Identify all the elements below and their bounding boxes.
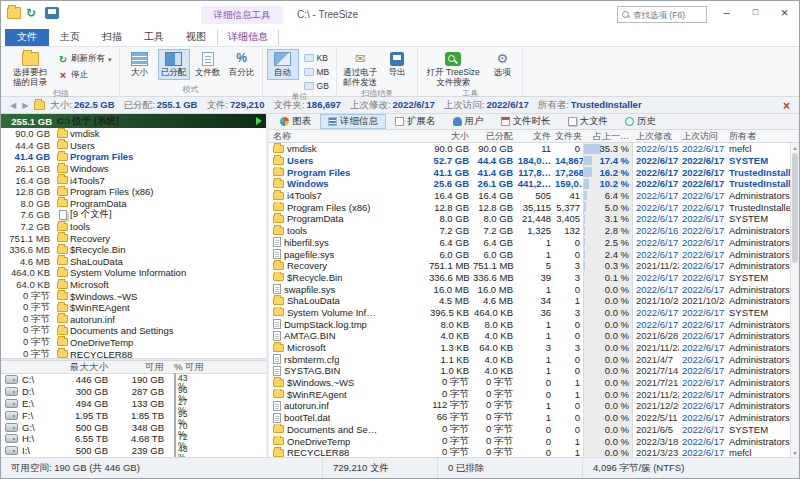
refresh-icon[interactable] <box>26 7 40 19</box>
column-header-owner[interactable]: 所有者 <box>725 130 799 143</box>
tree-item[interactable]: 0 字节 autorun.inf <box>1 314 266 326</box>
ribbon-tab[interactable]: 详细信息 <box>217 28 279 46</box>
nav-forward-icon[interactable]: ▶ <box>19 101 31 110</box>
minimize-button[interactable] <box>712 1 741 23</box>
tree-item[interactable]: 0 字节 Documents and Settings <box>1 325 266 337</box>
refresh-all-button[interactable]: 刷新所有 <box>55 52 115 66</box>
table-row[interactable]: ShaLouData 4.5 MB 4.6 MB 34 1 0.0 % 2021… <box>269 295 790 307</box>
maximize-button[interactable] <box>741 1 770 23</box>
detail-tab[interactable]: 大文件 <box>560 114 617 129</box>
close-button[interactable] <box>770 1 799 23</box>
tree-item[interactable]: 26.1 GB Windows <box>1 163 266 175</box>
drive-row[interactable]: E:\ 494 GB 133 GB 27 % <box>1 398 266 410</box>
ribbon-tab[interactable]: 文件 <box>5 28 49 46</box>
drive-row[interactable]: C:\ 446 GB 190 GB 43 % <box>1 374 266 386</box>
export-button[interactable]: 导出 <box>381 49 413 80</box>
close-scan-icon[interactable] <box>780 98 793 113</box>
tree-item[interactable]: 7.6 GB [9 个文件] <box>1 209 266 221</box>
detail-tab[interactable]: 详细信息 <box>320 114 386 129</box>
tree-item[interactable]: 4.6 MB ShaLouData <box>1 256 266 268</box>
tree-item[interactable]: 8.0 GB ProgramData <box>1 198 266 210</box>
tree-item[interactable]: 0 字节 $Windows.~WS <box>1 290 266 302</box>
search-box[interactable] <box>617 6 707 23</box>
detail-tab[interactable]: 图表 <box>272 114 319 129</box>
table-row[interactable]: $Windows.~WS 0 字节 0 字节 0 1 0.0 % 2021/7/… <box>269 377 790 389</box>
unit-kb-button[interactable]: KB <box>301 52 333 64</box>
column-header-folders[interactable]: 文件夹 <box>555 130 583 143</box>
table-row[interactable]: $Recycle.Bin 336.6 MB 336.6 MB 39 3 0.1 … <box>269 272 790 284</box>
table-row[interactable]: ProgramData 8.0 GB 8.0 GB 21,448 3,405 3… <box>269 213 790 225</box>
tree-item[interactable]: 7.2 GB tools <box>1 221 266 233</box>
table-row[interactable]: vmdisk 90.0 GB 90.0 GB 11 0 35.3 % 2022/… <box>269 143 790 155</box>
table-row[interactable]: Program Files 41.1 GB 41.4 GB 117,8… 17,… <box>269 166 790 178</box>
export-icon[interactable] <box>45 7 59 19</box>
unit-auto-button[interactable]: 自动 <box>267 49 299 80</box>
table-row[interactable]: Documents and Se… 0 字节 0 字节 0 0 0.0 % 20… <box>269 424 790 436</box>
detail-tab[interactable]: 历史 <box>617 114 664 129</box>
file-search-button[interactable]: 打开 TreeSize 文件搜索 <box>422 49 484 89</box>
tree-item[interactable]: 64.0 KB Microsoft <box>1 279 266 291</box>
table-row[interactable]: swapfile.sys 16.0 MB 16.0 MB 1 0 0.0 % 2… <box>269 283 790 295</box>
vertical-scrollbar[interactable]: ▴ ▾ <box>790 143 799 457</box>
nav-back-icon[interactable]: ◀ <box>7 101 19 110</box>
search-input[interactable] <box>633 10 702 20</box>
scrollbar-thumb[interactable] <box>792 153 798 263</box>
tree-item[interactable]: 41.4 GB Program Files <box>1 151 266 163</box>
table-row[interactable]: autorun.inf 112 字节 0 字节 1 0 0.0 % 2021/1… <box>269 400 790 412</box>
mode-size-button[interactable]: 大小 <box>124 49 156 80</box>
table-row[interactable]: rsbmterm.cfg 1.1 KB 4.0 KB 1 0 0.0 % 202… <box>269 353 790 365</box>
table-row[interactable]: AMTAG.BIN 4.0 KB 4.0 KB 1 0 0.0 % 2021/6… <box>269 330 790 342</box>
unit-gb-button[interactable]: GB <box>301 80 333 92</box>
drive-row[interactable]: H:\ 6.55 TB 4.68 TB 72 % <box>1 433 266 445</box>
column-header-files[interactable]: 文件 <box>517 130 555 143</box>
table-row[interactable]: hiberfil.sys 6.4 GB 6.4 GB 1 0 2.5 % 202… <box>269 237 790 249</box>
ribbon-tab[interactable]: 扫描 <box>91 28 133 46</box>
column-header-modified[interactable]: 上次修改 <box>633 130 679 143</box>
table-row[interactable]: RECYCLER88 0 字节 0 字节 0 1 0.0 % 2021/3/23… <box>269 447 790 457</box>
table-row[interactable]: Users 52.7 GB 44.4 GB 184,0… 14,867 17.4… <box>269 155 790 167</box>
table-row[interactable]: bootTel.dat 66 字节 0 字节 1 0 0.0 % 2022/5/… <box>269 412 790 424</box>
table-row[interactable]: Recovery 751.1 MB 751.1 MB 5 3 0.3 % 202… <box>269 260 790 272</box>
drive-row[interactable]: G:\ 500 GB 348 GB 70 % <box>1 421 266 433</box>
table-row[interactable]: i4Tools7 16.4 GB 16.4 GB 505 41 6.4 % 20… <box>269 190 790 202</box>
tree-item[interactable]: 16.4 GB i4Tools7 <box>1 174 266 186</box>
unit-mb-button[interactable]: MB <box>301 66 333 78</box>
drive-row[interactable]: F:\ 1.95 TB 1.85 TB 95 % <box>1 409 266 421</box>
tree-root-row[interactable]: 255.1 GB C:\ 位于 [系统] <box>1 114 266 128</box>
column-header[interactable]: 最大大小 <box>51 361 113 374</box>
drive-row[interactable]: D:\ 300 GB 287 GB 96 % <box>1 386 266 398</box>
column-header-accessed[interactable]: 上次访问 <box>679 130 725 143</box>
select-directory-button[interactable]: 选择要扫描的目录 <box>7 49 53 89</box>
tree-item[interactable]: 90.0 GB vmdisk <box>1 128 266 140</box>
expand-arrow-icon[interactable] <box>256 117 262 125</box>
table-row[interactable]: System Volume Inf… 396.5 KB 464.0 KB 36 … <box>269 307 790 319</box>
mode-filecount-button[interactable]: 文件数 <box>192 49 224 80</box>
table-row[interactable]: DumpStack.log.tmp 8.0 KB 8.0 KB 1 0 0.0 … <box>269 318 790 330</box>
tree-item[interactable]: 751.1 MB Recovery <box>1 232 266 244</box>
scroll-up-icon[interactable]: ▴ <box>791 144 799 151</box>
table-row[interactable]: $WinREAgent 0 字节 0 字节 0 1 0.0 % 2021/11/… <box>269 388 790 400</box>
tree-item[interactable]: 0 字节 $WinREAgent <box>1 302 266 314</box>
tree-item[interactable]: 0 字节 OneDriveTemp <box>1 337 266 349</box>
mode-allocated-button[interactable]: 已分配 <box>158 49 190 80</box>
table-row[interactable]: Program Files (x86) 12.8 GB 12.8 GB 35,1… <box>269 201 790 213</box>
ribbon-tab[interactable]: 视图 <box>175 28 217 46</box>
tree-item[interactable]: 0 字节 RECYCLER88 <box>1 348 266 358</box>
table-row[interactable]: Windows 25.6 GB 26.1 GB 441,2… 159,0… 10… <box>269 178 790 190</box>
mode-percent-button[interactable]: 百分比 <box>226 49 258 80</box>
ribbon-tab[interactable]: 工具 <box>133 28 175 46</box>
table-row[interactable]: OneDriveTemp 0 字节 0 字节 0 1 0.0 % 2022/3/… <box>269 435 790 447</box>
scroll-down-icon[interactable]: ▾ <box>791 449 799 456</box>
column-header-allocated[interactable]: 已分配 <box>473 130 517 143</box>
tree-item[interactable]: 44.4 GB Users <box>1 140 266 152</box>
ribbon-tab[interactable]: 主页 <box>49 28 91 46</box>
column-header-name[interactable]: 名称 <box>269 130 429 143</box>
column-header-size[interactable]: 大小 <box>429 130 473 143</box>
detail-tab[interactable]: 扩展名 <box>387 114 444 129</box>
stop-button[interactable]: 停止 <box>55 68 115 82</box>
tree-item[interactable]: 464.0 KB System Volume Information <box>1 267 266 279</box>
column-header[interactable]: 可用 <box>113 361 169 374</box>
tree-item[interactable]: 12.8 GB Program Files (x86) <box>1 186 266 198</box>
table-row[interactable]: pagefile.sys 6.0 GB 6.0 GB 1 0 2.4 % 202… <box>269 248 790 260</box>
table-row[interactable]: tools 7.2 GB 7.2 GB 1,325 132 2.8 % 2022… <box>269 225 790 237</box>
